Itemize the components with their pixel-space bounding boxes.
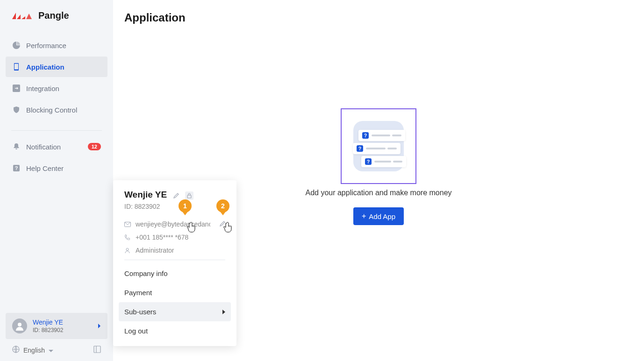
add-app-button[interactable]: + Add App [353,207,404,225]
globe-icon [12,346,20,354]
nav-label: Integration [26,85,59,92]
empty-state-text: Add your application and make more money [305,189,451,197]
menu-payment[interactable]: Payment [113,283,236,302]
menu-sub-users[interactable]: Sub-users [119,302,231,321]
sidebar: Pangle Performance Application Integrati… [0,0,113,361]
phone-value: +001 185**** *678 [136,234,188,241]
collapse-sidebar-icon[interactable] [93,346,101,354]
nav-label: Notification [26,143,61,151]
svg-marker-0 [12,13,16,19]
svg-marker-12 [49,350,53,352]
svg-rect-15 [187,195,191,198]
nav-label: Performance [26,42,66,50]
illustration-card: ? [361,156,406,167]
edit-name-icon[interactable] [172,191,180,200]
nav-primary: Performance Application Integration Bloc… [0,31,113,125]
svg-marker-18 [222,310,225,314]
svg-marker-10 [98,324,100,328]
svg-point-17 [126,248,129,250]
lang-label: English [23,347,45,354]
svg-marker-3 [26,14,32,19]
sidebar-item-application[interactable]: Application [6,57,107,77]
question-icon: ? [12,164,21,172]
sidebar-item-integration[interactable]: Integration [6,78,107,99]
svg-marker-2 [21,16,25,19]
user-text: Wenjie YE ID: 8823902 [33,319,63,333]
phone-row: +001 185**** *678 [124,234,225,241]
illustration-card: ? [358,130,405,141]
avatar [12,319,27,333]
menu-log-out[interactable]: Log out [113,321,236,340]
nav-secondary: Notification 12 ? Help Center [0,136,113,183]
bell-icon [12,142,21,151]
nav-divider [11,130,102,131]
phone-icon [124,234,131,241]
svg-rect-5 [14,64,18,70]
menu-company-info[interactable]: Company info [113,264,236,283]
notification-badge: 12 [88,143,101,150]
cursor-hand-icon [222,222,233,233]
divider [124,260,225,260]
empty-illustration: ? ? ? [341,108,416,184]
shield-icon [12,106,21,114]
nav-label: Blocking Control [26,106,77,114]
popover-details: wenjieye@bytedancedancec... +001 185****… [113,220,236,254]
chevron-right-icon [222,308,225,316]
logo[interactable]: Pangle [11,10,102,21]
add-app-label: Add App [369,212,395,220]
language-selector[interactable]: English [6,339,107,354]
device-icon [12,63,21,71]
mail-icon [124,222,131,227]
user-card[interactable]: Wenjie YE ID: 8823902 [6,313,107,339]
email-value: wenjieye@bytedancedancec... [136,220,210,228]
user-id: ID: 8823902 [33,327,63,333]
integration-icon [12,84,21,92]
logo-text: Pangle [38,10,69,21]
svg-text:?: ? [15,165,18,171]
chevron-down-icon [49,347,53,354]
cursor-hand-icon [186,222,196,233]
nav-label: Application [26,63,64,71]
svg-point-9 [18,323,21,326]
logo-icon [11,11,36,21]
nav-label: Help Center [26,164,64,172]
role-row: Administrator [124,247,225,254]
sidebar-item-blocking-control[interactable]: Blocking Control [6,99,107,120]
lock-icon[interactable] [185,191,193,200]
callout-marker-2: 2 [216,199,229,212]
sidebar-bottom: Wenjie YE ID: 8823902 English [0,313,113,361]
chevron-right-icon [97,322,101,330]
svg-rect-13 [94,346,100,353]
role-value: Administrator [136,247,174,254]
sidebar-item-help-center[interactable]: ? Help Center [6,158,107,178]
sidebar-item-notification[interactable]: Notification 12 [6,136,107,157]
svg-marker-1 [17,14,21,19]
plus-icon: + [362,212,366,220]
email-row: wenjieye@bytedancedancec... [124,220,225,228]
illustration-card: ? [353,143,401,154]
page-title: Application [124,11,633,24]
user-name: Wenjie YE [33,319,63,326]
pie-chart-icon [12,41,21,50]
popover-user-id: ID: 8823902 [124,203,225,210]
callout-marker-1: 1 [179,199,192,212]
logo-area: Pangle [0,0,113,26]
sidebar-item-performance[interactable]: Performance [6,35,107,56]
person-icon [124,248,131,254]
popover-user-name: Wenjie YE [124,190,167,199]
